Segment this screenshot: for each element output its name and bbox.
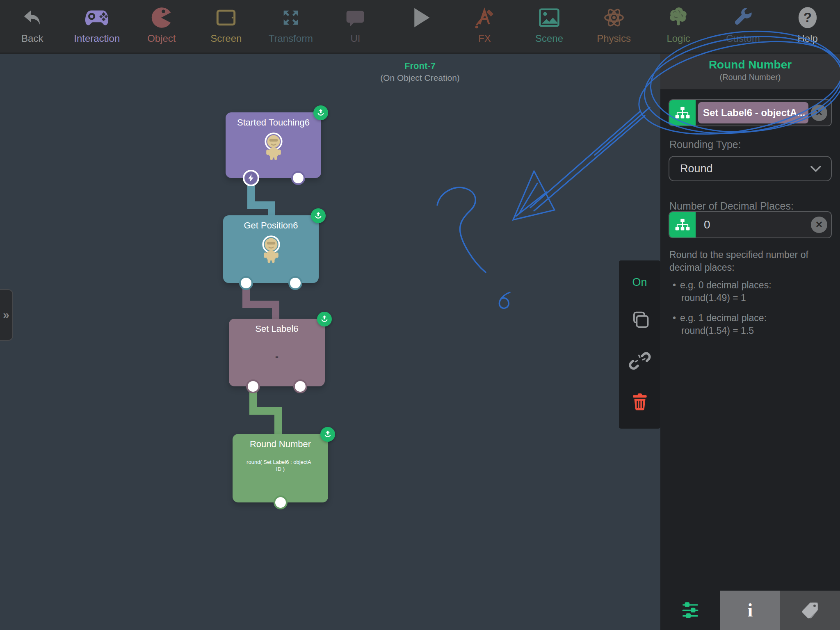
- node-round-number[interactable]: Round Number round( Set Label6 : objectA…: [233, 434, 328, 502]
- toolbar-fx-tab[interactable]: FX: [452, 0, 517, 52]
- node-set-label[interactable]: Set Label6 -: [229, 319, 325, 386]
- rounding-type-label: Rounding Type:: [669, 139, 741, 151]
- toolbar-transform-tab[interactable]: Transform: [258, 0, 323, 52]
- character-icon: [259, 235, 283, 265]
- delete-button[interactable]: [630, 392, 650, 412]
- toolbar-logic-label: Logic: [667, 34, 690, 43]
- character-icon: [261, 132, 286, 162]
- toolbar-back-button[interactable]: Back: [0, 0, 65, 52]
- port-event-out[interactable]: [243, 170, 259, 186]
- sitemap-icon: [675, 218, 690, 231]
- toolbar-physics-tab[interactable]: Physics: [582, 0, 646, 52]
- play-icon: [406, 2, 434, 33]
- unlink-button[interactable]: [629, 351, 651, 371]
- toolbar-ui-label: UI: [350, 34, 360, 43]
- toolbar-interaction-label: Interaction: [74, 34, 120, 43]
- speech-bubble-icon: [344, 2, 366, 33]
- rounding-type-value: Round: [669, 162, 810, 175]
- bullet: •: [673, 280, 676, 290]
- broken-link-icon: [629, 350, 651, 372]
- toolbar-screen-label: Screen: [210, 34, 242, 43]
- toolbar-interaction-tab[interactable]: Interaction: [65, 0, 130, 52]
- port-out-right[interactable]: [293, 379, 307, 393]
- decimal-link-button[interactable]: [669, 212, 696, 237]
- clear-decimal-button[interactable]: ✕: [811, 217, 827, 233]
- share-badge[interactable]: [317, 312, 332, 326]
- node-started-touching[interactable]: Started Touching6: [226, 112, 321, 178]
- share-badge[interactable]: [311, 208, 326, 223]
- inspector-panel: Round Number (Round Number) Set Label6 -…: [660, 52, 840, 630]
- on-off-toggle[interactable]: On: [632, 276, 647, 289]
- behavior-input-value[interactable]: Set Label6 - objectA...: [698, 102, 808, 123]
- toolbar-object-tab[interactable]: Object: [129, 0, 194, 52]
- decimal-places-field[interactable]: 0 ✕: [669, 211, 832, 238]
- behavior-input-field[interactable]: Set Label6 - objectA... ✕: [669, 99, 832, 126]
- decimal-places-value[interactable]: 0: [696, 218, 811, 231]
- node-get-position[interactable]: Get Position6: [223, 215, 319, 283]
- toolbar-help-button[interactable]: ? Help: [775, 0, 840, 52]
- bullet: •: [673, 313, 676, 323]
- node-title: Started Touching6: [226, 117, 321, 128]
- node-title: Round Number: [233, 439, 328, 450]
- tab-properties[interactable]: [660, 591, 720, 630]
- image-icon: [538, 2, 560, 33]
- gamepad-icon: [84, 2, 110, 33]
- toolbar-help-label: Help: [797, 34, 817, 43]
- toolbar-fx-label: FX: [478, 34, 491, 43]
- toolbar-custom-label: Custom: [726, 34, 760, 43]
- top-toolbar: Back Interaction Object Screen Transform…: [0, 0, 840, 54]
- toolbar-physics-label: Physics: [597, 34, 631, 43]
- rounding-type-dropdown[interactable]: Round: [669, 156, 832, 181]
- expand-arrows-icon: [280, 2, 301, 33]
- toolbar-play-button[interactable]: [388, 0, 452, 52]
- port-out-right[interactable]: [288, 276, 302, 290]
- chevron-down-icon: [810, 164, 822, 173]
- toolbar-scene-tab[interactable]: Scene: [517, 0, 582, 52]
- share-icon: [320, 314, 329, 324]
- toolbar-scene-label: Scene: [535, 34, 563, 43]
- inspector-title: Round Number: [660, 58, 840, 71]
- port-out[interactable]: [274, 495, 288, 509]
- port-out[interactable]: [291, 171, 305, 185]
- info-icon: i: [748, 601, 753, 620]
- node-value: -: [229, 351, 325, 362]
- share-icon: [313, 211, 323, 221]
- share-badge[interactable]: [313, 105, 328, 120]
- copy-button[interactable]: [629, 310, 651, 330]
- connection-getposition-setlabel[interactable]: [246, 283, 276, 323]
- share-icon: [323, 429, 333, 439]
- share-badge[interactable]: [320, 427, 335, 442]
- toolbar-logic-tab[interactable]: Logic: [646, 0, 711, 52]
- decimal-places-label: Number of Decimal Places:: [669, 200, 794, 212]
- clear-input-button[interactable]: ✕: [811, 105, 827, 121]
- toolbar-custom-tab[interactable]: Custom: [711, 0, 776, 52]
- drawer-handle[interactable]: »: [0, 289, 13, 341]
- fx-brush-icon: [473, 2, 495, 33]
- wrench-icon: [732, 2, 754, 33]
- pacman-icon: [151, 2, 173, 33]
- tab-tags[interactable]: [780, 591, 840, 630]
- inspector-subtitle: (Round Number): [660, 73, 840, 82]
- behavior-description: Round to the specified number of decimal…: [669, 249, 832, 274]
- toolbar-ui-tab[interactable]: UI: [323, 0, 388, 52]
- behavior-link-button[interactable]: [669, 100, 696, 126]
- port-out-left[interactable]: [239, 276, 253, 290]
- example-item: •e.g. 1 decimal place: round(1.54) = 1.5: [673, 312, 829, 337]
- copy-icon: [629, 309, 651, 331]
- back-icon: [21, 2, 43, 33]
- node-expression: round( Set Label6 : objectA_ ID ): [233, 459, 328, 472]
- toolbar-transform-label: Transform: [269, 34, 313, 43]
- selection-toolbar: On: [619, 260, 660, 429]
- inspector-header: Round Number (Round Number): [660, 52, 840, 90]
- svg-text:?: ?: [803, 10, 812, 25]
- connection-setlabel-roundnumber[interactable]: [253, 386, 278, 438]
- atom-icon: [603, 2, 625, 33]
- connection-started-getposition[interactable]: [251, 180, 272, 221]
- node-title: Get Position6: [223, 220, 319, 231]
- port-out-left[interactable]: [246, 379, 260, 393]
- tab-info[interactable]: i: [720, 591, 780, 630]
- brain-icon: [667, 2, 690, 33]
- tablet-icon: [215, 2, 237, 33]
- example-item: •e.g. 0 decimal places: round(1.49) = 1: [673, 279, 829, 304]
- toolbar-screen-tab[interactable]: Screen: [194, 0, 259, 52]
